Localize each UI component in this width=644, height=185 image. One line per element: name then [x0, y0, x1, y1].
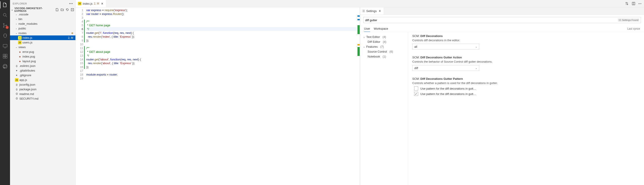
file-eslintrc[interactable]: {}.eslintrc.json: [10, 64, 76, 68]
code-editor[interactable]: 12345678910111213141516171819 var expres…: [76, 7, 360, 185]
activity-github[interactable]: [2, 63, 8, 70]
file-error-pug[interactable]: ◆error.pug: [10, 50, 76, 54]
js-file-icon: JS: [18, 36, 22, 40]
chevron-down-icon: ⌄: [476, 46, 477, 48]
folder-node-modules[interactable]: ›node_modules: [10, 21, 76, 26]
svg-rect-5: [3, 54, 5, 56]
file-app-js[interactable]: JSapp.js: [10, 78, 76, 82]
chevron-right-icon: ›: [15, 23, 18, 25]
toc-diff-editor[interactable]: Diff Editor (4): [363, 39, 405, 44]
settings-list[interactable]: SCM: Diff Decorations Controls diff deco…: [408, 32, 644, 185]
gutter-action-select[interactable]: diff⌄: [412, 65, 479, 71]
chevron-right-icon: ›: [15, 18, 18, 21]
split-editor-icon[interactable]: [632, 2, 635, 5]
checkbox-checked-icon[interactable]: [414, 92, 418, 96]
tab-settings[interactable]: ☰ Settings ✕: [360, 7, 384, 15]
setting-description: Controls the behavior of Source Control …: [412, 60, 640, 63]
settings-toc: ⌄Text Editor (4) Diff Editor (4) ⌄Featur…: [360, 32, 408, 185]
file-readme[interactable]: ⓘreadme.md: [10, 92, 76, 96]
file-users-js[interactable]: JSusers.js: [10, 40, 76, 45]
editor-tabs: JS index.js 2, M ✕: [76, 0, 644, 7]
editor-more-icon[interactable]: [638, 3, 641, 4]
new-folder-icon[interactable]: [60, 8, 64, 11]
activity-explorer[interactable]: [2, 2, 8, 8]
pug-file-icon: ◆: [18, 55, 22, 58]
json-file-icon: {}: [15, 88, 18, 91]
file-security[interactable]: ⓘSECURITY.md: [10, 96, 76, 101]
svg-rect-8: [5, 56, 7, 58]
chevron-right-icon: ›: [15, 13, 18, 16]
file-gitattributes[interactable]: ✦.gitattributes: [10, 68, 76, 73]
activity-remote[interactable]: [2, 43, 8, 49]
close-icon[interactable]: ✕: [378, 9, 382, 13]
overview-mark: [358, 19, 360, 20]
svg-point-1: [3, 23, 4, 24]
compare-icon[interactable]: [625, 2, 629, 5]
folder-views[interactable]: ⌄views: [10, 45, 76, 50]
js-file-icon: JS: [18, 41, 22, 44]
folder-public[interactable]: ›public: [10, 26, 76, 31]
scope-workspace[interactable]: Workspace: [374, 26, 388, 32]
code-content[interactable]: var express = require('express'); var ro…: [86, 7, 360, 185]
file-package-json[interactable]: {}package.json: [10, 87, 76, 92]
checkbox-icon[interactable]: [414, 86, 418, 90]
refresh-icon[interactable]: [66, 8, 69, 11]
chevron-down-icon: ⌄: [363, 36, 366, 38]
activity-bar: 1: [0, 0, 10, 185]
json-file-icon: {}: [15, 64, 18, 68]
js-file-icon: JS: [15, 78, 18, 82]
info-file-icon: ⓘ: [15, 97, 18, 101]
activity-debug[interactable]: [2, 33, 8, 39]
setting-gutter-pattern: SCM: Diff Decorations Gutter Pattern Con…: [412, 77, 640, 96]
scope-user[interactable]: User: [364, 26, 370, 32]
gutter-pattern-checkbox-2[interactable]: Use pattern for the diff decorations in …: [412, 92, 640, 96]
git-file-icon: ✦: [15, 69, 18, 72]
folder-routes[interactable]: ⌄routes: [10, 31, 76, 36]
activity-extensions[interactable]: [2, 53, 8, 59]
file-jsconfig[interactable]: {}jsconfig.json: [10, 82, 76, 87]
diff-decorations-select[interactable]: all⌄: [412, 44, 479, 50]
settings-content: ⌄Text Editor (4) Diff Editor (4) ⌄Featur…: [360, 32, 644, 185]
overview-mark: [358, 15, 360, 17]
folder-section-header[interactable]: ⌄ VSCODE-SMOKETEST-EXPRESS: [10, 7, 76, 12]
settings-search-input[interactable]: [365, 19, 639, 22]
chevron-down-icon: ⌄: [15, 32, 18, 35]
info-file-icon: ⓘ: [15, 92, 18, 96]
file-tree: ›.vscode ›bin ›node_modules ›public ⌄rou…: [10, 12, 76, 101]
toc-source-control[interactable]: Source Control (6): [363, 49, 405, 54]
settings-tab-row: ☰ Settings ✕: [360, 7, 644, 15]
tab-index-js[interactable]: JS index.js 2, M ✕: [76, 0, 106, 7]
activity-scm[interactable]: 1: [2, 22, 8, 29]
close-icon[interactable]: ✕: [100, 2, 104, 5]
editor-group: JS index.js 2, M ✕ 123456789101112131415…: [76, 0, 644, 185]
file-layout-pug[interactable]: ◆layout.pug: [10, 59, 76, 64]
chevron-down-icon: ⌄: [11, 8, 14, 11]
folder-bin[interactable]: ›bin: [10, 17, 76, 21]
file-index-js[interactable]: JSindex.js2, M: [10, 36, 76, 40]
explorer-more-icon[interactable]: [69, 3, 73, 4]
collapse-icon[interactable]: [71, 8, 74, 11]
modified-indicator-icon: [72, 32, 73, 34]
diff-gutter-add[interactable]: [84, 46, 85, 69]
svg-point-0: [3, 13, 6, 16]
tab-label: Settings: [366, 9, 377, 13]
settings-search[interactable]: 11 Settings Found: [363, 17, 641, 23]
gutter-pattern-checkbox-1[interactable]: Use pattern for the diff decorations in …: [412, 86, 640, 90]
overview-ruler[interactable]: [357, 7, 360, 185]
folder-vscode[interactable]: ›.vscode: [10, 12, 76, 17]
activity-search[interactable]: [2, 12, 8, 18]
settings-scopes: User Workspace Last synce: [360, 26, 644, 32]
chevron-down-icon: ⌄: [15, 46, 18, 49]
toc-features[interactable]: ⌄Features (7): [363, 44, 405, 49]
overview-mark: [358, 25, 360, 34]
new-file-icon[interactable]: [56, 8, 59, 11]
svg-rect-7: [3, 56, 5, 58]
toc-notebook[interactable]: Notebook (1): [363, 54, 405, 59]
diff-gutter-add[interactable]: [84, 20, 85, 42]
setting-description: Controls whether a pattern is used for t…: [412, 81, 640, 85]
file-gitignore[interactable]: ✦.gitignore: [10, 73, 76, 78]
toc-text-editor[interactable]: ⌄Text Editor (4): [363, 34, 405, 39]
svg-rect-4: [3, 44, 7, 47]
settings-body: 11 Settings Found User Workspace Last sy…: [360, 15, 644, 185]
file-index-pug[interactable]: ◆index.pug: [10, 54, 76, 59]
